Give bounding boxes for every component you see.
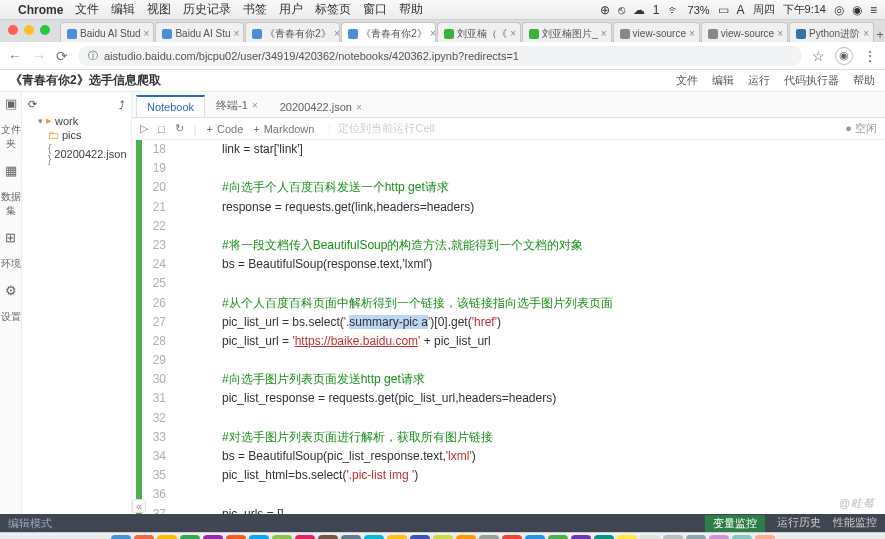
dock-app-icon[interactable] — [548, 535, 568, 539]
close-tab-icon[interactable]: × — [430, 28, 436, 39]
close-tab-icon[interactable]: × — [234, 28, 240, 39]
add-md-button[interactable]: +Markdown — [253, 123, 314, 135]
rail-env-icon[interactable]: ⊞ — [5, 230, 16, 245]
dock-app-icon[interactable] — [157, 535, 177, 539]
dock-app-icon[interactable] — [502, 535, 522, 539]
browser-tab[interactable]: 《青春有你2》× — [341, 22, 436, 42]
dock-app-icon[interactable] — [387, 535, 407, 539]
refresh-tree-button[interactable]: ⟳ — [28, 98, 37, 111]
browser-tab[interactable]: Python进阶× — [789, 22, 874, 42]
bookmark-button[interactable]: ☆ — [812, 48, 825, 64]
rail-dataset-icon[interactable]: ▦ — [5, 163, 17, 178]
site-info-icon[interactable]: ⓘ — [88, 49, 98, 63]
nb-menu-file[interactable]: 文件 — [676, 73, 698, 88]
wifi-icon[interactable]: ᯤ — [668, 3, 680, 17]
close-tab-icon[interactable]: × — [863, 28, 869, 39]
close-nbtab-icon[interactable]: × — [252, 100, 258, 111]
dock-app-icon[interactable] — [203, 535, 223, 539]
dock-app-icon[interactable] — [571, 535, 591, 539]
browser-tab[interactable]: 刘亚楠图片_× — [522, 22, 611, 42]
menu-bookmarks[interactable]: 书签 — [243, 1, 267, 18]
battery-icon[interactable]: ▭ — [718, 3, 729, 17]
close-nbtab-icon[interactable]: × — [356, 102, 362, 113]
close-tab-icon[interactable]: × — [510, 28, 516, 39]
add-cell-button[interactable]: +Code — [207, 123, 244, 135]
perf-monitor-tab[interactable]: 性能监控 — [833, 515, 877, 532]
tree-file[interactable]: { } 20200422.json — [28, 142, 125, 166]
back-button[interactable]: ← — [8, 48, 22, 64]
browser-tab[interactable]: 《青春有你2》× — [245, 22, 340, 42]
tree-root[interactable]: ▾ ▸ work — [28, 113, 125, 128]
browser-tab[interactable]: 刘亚楠（《× — [437, 22, 521, 42]
close-tab-icon[interactable]: × — [689, 28, 695, 39]
nb-menu-edit[interactable]: 编辑 — [712, 73, 734, 88]
dock-app-icon[interactable] — [732, 535, 752, 539]
rail-settings-icon[interactable]: ⚙ — [5, 283, 17, 298]
dock-app-icon[interactable] — [272, 535, 292, 539]
close-tab-icon[interactable]: × — [144, 28, 150, 39]
browser-tab[interactable]: Baidu AI Stud× — [60, 22, 154, 42]
menu-people[interactable]: 用户 — [279, 1, 303, 18]
siri-icon[interactable]: ◉ — [852, 3, 862, 17]
dock-app-icon[interactable] — [226, 535, 246, 539]
dock-app-icon[interactable] — [456, 535, 476, 539]
dock-app-icon[interactable] — [640, 535, 660, 539]
dock-app-icon[interactable] — [295, 535, 315, 539]
maximize-window-button[interactable] — [40, 25, 50, 35]
reload-button[interactable]: ⟳ — [56, 48, 68, 64]
status-icon[interactable]: ⎋ — [618, 3, 625, 17]
status-icon[interactable]: ⊕ — [600, 3, 610, 17]
nb-menu-kernel[interactable]: 代码执行器 — [784, 73, 839, 88]
menu-help[interactable]: 帮助 — [399, 1, 423, 18]
rail-folder-icon[interactable]: ▣ — [5, 96, 17, 111]
rail-dataset[interactable]: 数据集 — [0, 190, 21, 218]
close-tab-icon[interactable]: × — [777, 28, 783, 39]
notebook-tab[interactable]: 终端-1× — [205, 93, 269, 117]
status-cloud-icon[interactable]: ☁ — [633, 3, 645, 17]
address-bar[interactable]: ⓘ aistudio.baidu.com/bjcpu02/user/34919/… — [78, 46, 802, 66]
tree-folder[interactable]: 🗀 pics — [28, 128, 125, 142]
menu-window[interactable]: 窗口 — [363, 1, 387, 18]
menu-edit[interactable]: 编辑 — [111, 1, 135, 18]
status-user[interactable]: 1 — [653, 3, 660, 17]
profile-button[interactable]: ◉ — [835, 47, 853, 65]
dock-app-icon[interactable] — [686, 535, 706, 539]
chrome-menu-button[interactable]: ⋮ — [863, 48, 877, 64]
input-icon[interactable]: A — [737, 3, 745, 17]
new-tab-button[interactable]: + — [875, 27, 885, 42]
nb-menu-help[interactable]: 帮助 — [853, 73, 875, 88]
notebook-tab[interactable]: Notebook — [136, 95, 205, 117]
dock-app-icon[interactable] — [341, 535, 361, 539]
minimize-window-button[interactable] — [24, 25, 34, 35]
dock-app-icon[interactable] — [364, 535, 384, 539]
browser-tab[interactable]: view-source× — [613, 22, 700, 42]
dock-app-icon[interactable] — [663, 535, 683, 539]
dock-app-icon[interactable] — [134, 535, 154, 539]
dock-app-icon[interactable] — [111, 535, 131, 539]
code-content[interactable]: link = star['link'] #向选手个人百度百科发送一个http g… — [174, 140, 885, 514]
stop-button[interactable]: □ — [158, 123, 165, 135]
forward-button[interactable]: → — [32, 48, 46, 64]
dock-app-icon[interactable] — [755, 535, 775, 539]
dock-app-icon[interactable] — [180, 535, 200, 539]
dock-app-icon[interactable] — [594, 535, 614, 539]
collapse-sidebar-button[interactable]: « — [132, 499, 146, 513]
dock-app-icon[interactable] — [617, 535, 637, 539]
rail-env[interactable]: 环境 — [1, 257, 21, 271]
dock-app-icon[interactable] — [249, 535, 269, 539]
dock-app-icon[interactable] — [525, 535, 545, 539]
menu-tab[interactable]: 标签页 — [315, 1, 351, 18]
dock-app-icon[interactable] — [318, 535, 338, 539]
menu-file[interactable]: 文件 — [75, 1, 99, 18]
app-name[interactable]: Chrome — [18, 3, 63, 17]
dock-app-icon[interactable] — [479, 535, 499, 539]
status-ext-icon[interactable]: ◎ — [834, 3, 844, 17]
notification-icon[interactable]: ≡ — [870, 3, 877, 17]
upload-button[interactable]: ⤴ — [119, 99, 125, 111]
browser-tab[interactable]: Baidu AI Stu× — [155, 22, 244, 42]
run-cell-button[interactable]: ▷ — [140, 122, 148, 135]
rail-settings[interactable]: 设置 — [1, 310, 21, 324]
menu-view[interactable]: 视图 — [147, 1, 171, 18]
notebook-tab[interactable]: 20200422.json× — [269, 96, 373, 117]
nb-menu-run[interactable]: 运行 — [748, 73, 770, 88]
